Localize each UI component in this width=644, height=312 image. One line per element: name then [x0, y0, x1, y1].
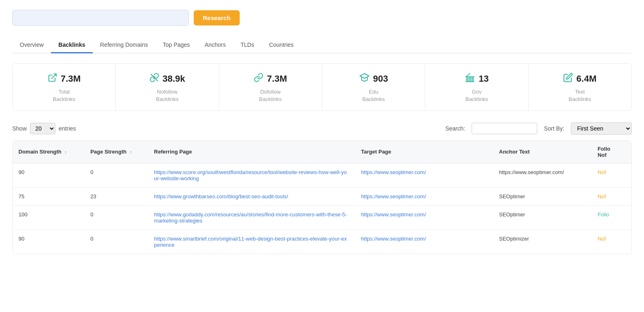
- cell-target-page[interactable]: https://www.seoptimer.com/: [355, 205, 493, 229]
- gov-backlinks-value: 13: [479, 73, 488, 84]
- cell-anchor-text: SEOptimizer: [493, 229, 592, 254]
- dofollow-backlinks-value: 7.3M: [267, 73, 287, 84]
- stats-row: 7.3M TotalBacklinks 38.9k NofollowBackli…: [12, 63, 632, 111]
- svg-rect-5: [467, 77, 468, 82]
- target-page-link[interactable]: https://www.seoptimer.com/: [361, 193, 426, 200]
- controls-left: Show 20 50 100 entries: [12, 123, 76, 134]
- show-label: Show: [12, 125, 27, 132]
- total-backlinks-icon: [48, 73, 57, 85]
- cell-page-strength: 23: [85, 187, 148, 205]
- edu-backlinks-label: EduBacklinks: [330, 88, 417, 103]
- gov-backlinks-label: GovBacklinks: [433, 88, 520, 103]
- text-backlinks-icon: [563, 73, 573, 85]
- entries-select[interactable]: 20 50 100: [30, 123, 55, 134]
- total-backlinks-value: 7.3M: [61, 73, 81, 84]
- cell-page-strength: 0: [85, 205, 148, 229]
- stat-text-backlinks: 6.4M TextBacklinks: [529, 64, 631, 110]
- tab-countries[interactable]: Countries: [261, 37, 301, 53]
- cell-anchor-text: SEOptimer: [493, 187, 592, 205]
- cell-target-page[interactable]: https://www.seoptimer.com/: [355, 229, 493, 254]
- referring-page-link[interactable]: https://www.godaddy.com/resources/au/sto…: [154, 211, 347, 224]
- table-search-input[interactable]: [472, 123, 537, 134]
- stat-dofollow-backlinks: 7.3M DofollowBacklinks: [219, 64, 322, 110]
- stat-total-backlinks: 7.3M TotalBacklinks: [13, 64, 116, 110]
- cell-follow-nofollow: Nof: [592, 229, 631, 254]
- cell-referring-page[interactable]: https://www.godaddy.com/resources/au/sto…: [148, 205, 355, 229]
- stat-edu-backlinks: 903 EduBacklinks: [322, 64, 425, 110]
- cell-page-strength: 0: [85, 229, 148, 254]
- th-page-strength[interactable]: Page Strength ↕: [85, 141, 148, 163]
- cell-domain-strength: 90: [13, 229, 85, 254]
- tab-overview[interactable]: Overview: [12, 37, 51, 53]
- cell-referring-page[interactable]: https://www.smartbrief.com/original/11-w…: [148, 229, 355, 254]
- controls-row: Show 20 50 100 entries Search: Sort By: …: [12, 122, 632, 135]
- cell-anchor-text: SEOptimer: [493, 205, 592, 229]
- cell-anchor-text: https://www.seoptimer.com/: [493, 163, 592, 187]
- cell-referring-page[interactable]: https://www.score.org/southwestflorida/r…: [148, 163, 355, 187]
- th-domain-strength[interactable]: Domain Strength ↕: [13, 141, 85, 163]
- total-backlinks-label: TotalBacklinks: [21, 88, 107, 103]
- target-page-link[interactable]: https://www.seoptimer.com/: [361, 236, 426, 242]
- table-row: 90 0 https://www.smartbrief.com/original…: [13, 229, 631, 254]
- svg-rect-7: [472, 77, 473, 82]
- nofollow-icon: [149, 73, 159, 85]
- cell-follow-nofollow: Nof: [592, 163, 631, 187]
- target-page-link[interactable]: https://www.seoptimer.com/: [361, 169, 426, 175]
- cell-domain-strength: 100: [13, 205, 85, 229]
- svg-line-0: [52, 74, 56, 78]
- th-follow-nofollow[interactable]: FolloNof: [592, 141, 631, 163]
- tab-backlinks[interactable]: Backlinks: [51, 37, 92, 53]
- table-row: 100 0 https://www.godaddy.com/resources/…: [13, 205, 631, 229]
- domain-strength-sort-icon: ↕: [64, 149, 67, 154]
- text-backlinks-label: TextBacklinks: [537, 88, 623, 103]
- search-label: Search:: [445, 125, 465, 132]
- backlinks-table-wrapper: Domain Strength ↕ Page Strength ↕ Referr…: [12, 140, 632, 254]
- sortby-label: Sort By:: [544, 125, 564, 132]
- referring-page-link[interactable]: https://www.growthbarseo.com/blog/best-s…: [154, 193, 288, 200]
- entries-label: entries: [59, 125, 76, 132]
- gov-icon: [465, 73, 475, 85]
- edu-icon: [359, 73, 370, 85]
- cell-target-page[interactable]: https://www.seoptimer.com/: [355, 187, 493, 205]
- dofollow-icon: [254, 73, 264, 85]
- controls-right: Search: Sort By: First Seen Last Seen Do…: [445, 122, 632, 135]
- th-anchor-text[interactable]: Anchor Text: [493, 141, 592, 163]
- tab-tlds[interactable]: TLDs: [233, 37, 261, 53]
- edu-backlinks-value: 903: [373, 73, 388, 84]
- tab-top-pages[interactable]: Top Pages: [155, 37, 197, 53]
- th-referring-page[interactable]: Referring Page: [148, 141, 355, 163]
- tab-referring-domains[interactable]: Referring Domains: [93, 37, 156, 53]
- svg-rect-6: [470, 77, 471, 82]
- stat-gov-backlinks: 13 GovBacklinks: [425, 64, 528, 110]
- search-input[interactable]: seoptimer.com: [12, 10, 189, 26]
- referring-page-link[interactable]: https://www.smartbrief.com/original/11-w…: [154, 236, 347, 248]
- page-strength-sort-icon: ↕: [130, 149, 132, 154]
- stat-nofollow-backlinks: 38.9k NofollowBacklinks: [116, 64, 219, 110]
- th-target-page[interactable]: Target Page: [355, 141, 493, 163]
- sortby-select[interactable]: First Seen Last Seen Domain Strength Pag…: [571, 122, 632, 135]
- cell-target-page[interactable]: https://www.seoptimer.com/: [355, 163, 493, 187]
- nofollow-backlinks-value: 38.9k: [163, 73, 185, 84]
- cell-domain-strength: 90: [13, 163, 85, 187]
- backlinks-table: Domain Strength ↕ Page Strength ↕ Referr…: [13, 141, 631, 254]
- cell-follow-nofollow: Nof: [592, 187, 631, 205]
- cell-follow-nofollow: Follo: [592, 205, 631, 229]
- referring-page-link[interactable]: https://www.score.org/southwestflorida/r…: [154, 169, 347, 181]
- cell-page-strength: 0: [85, 163, 148, 187]
- cell-referring-page[interactable]: https://www.growthbarseo.com/blog/best-s…: [148, 187, 355, 205]
- cell-domain-strength: 75: [13, 187, 85, 205]
- text-backlinks-value: 6.4M: [576, 73, 596, 84]
- nofollow-backlinks-label: NofollowBacklinks: [124, 88, 210, 103]
- target-page-link[interactable]: https://www.seoptimer.com/: [361, 211, 426, 218]
- table-row: 90 0 https://www.score.org/southwestflor…: [13, 163, 631, 187]
- research-button[interactable]: Research: [194, 10, 240, 25]
- dofollow-backlinks-label: DofollowBacklinks: [227, 88, 314, 103]
- tab-anchors[interactable]: Anchors: [197, 37, 233, 53]
- table-header-row: Domain Strength ↕ Page Strength ↕ Referr…: [13, 141, 631, 163]
- search-row: seoptimer.com Research: [12, 10, 632, 26]
- table-row: 75 23 https://www.growthbarseo.com/blog/…: [13, 187, 631, 205]
- tabs-nav: Overview Backlinks Referring Domains Top…: [12, 37, 632, 53]
